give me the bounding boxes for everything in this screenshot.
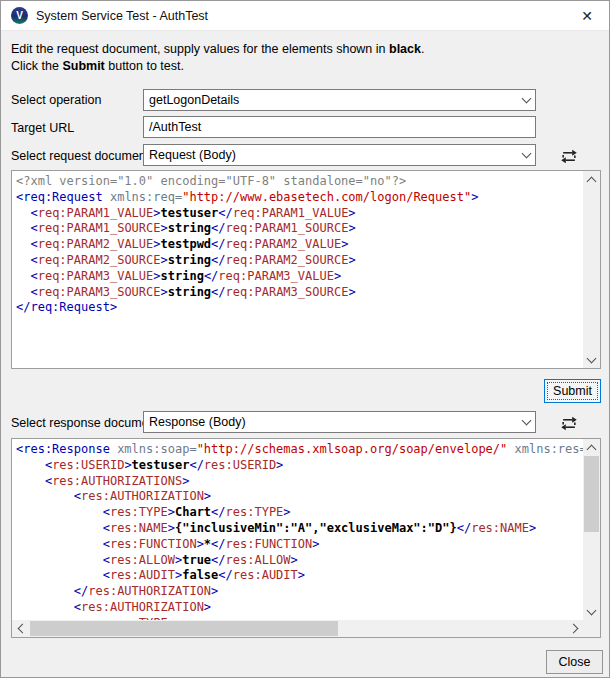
scrollbar-corner: [583, 620, 600, 637]
scroll-up-icon[interactable]: [583, 171, 600, 188]
request-doc-select[interactable]: Request (Body): [143, 144, 536, 166]
close-button[interactable]: Close: [546, 650, 603, 674]
dialog-window: V System Service Test - AuthTest ✕ Edit …: [0, 0, 610, 678]
chevron-down-icon: [522, 416, 532, 426]
request-doc-value: Request (Body): [149, 148, 523, 162]
window-close-icon[interactable]: ✕: [575, 6, 599, 26]
instruction-line-2: Click the Submit button to test.: [11, 58, 184, 75]
response-xml-viewer[interactable]: <res:Response xmlns:soap="http://schemas…: [11, 438, 601, 638]
response-xml-code[interactable]: <res:Response xmlns:soap="http://schemas…: [12, 439, 583, 620]
vertical-scroll-thumb[interactable]: [584, 456, 599, 532]
instruction-line-1: Edit the request document, supply values…: [11, 41, 424, 58]
refresh-icon: [558, 148, 580, 165]
request-vertical-scrollbar[interactable]: [583, 171, 600, 368]
operation-select[interactable]: getLogonDetails: [143, 89, 536, 111]
scroll-up-icon[interactable]: [583, 439, 600, 456]
response-doc-value: Response (Body): [149, 415, 523, 429]
refresh-icon: [558, 415, 580, 432]
response-refresh-button[interactable]: [557, 411, 581, 435]
chevron-down-icon: [522, 149, 532, 159]
chevron-down-icon: [522, 94, 532, 104]
submit-button[interactable]: Submit: [544, 379, 601, 403]
horizontal-scroll-thumb[interactable]: [30, 621, 338, 636]
request-refresh-button[interactable]: [557, 144, 581, 168]
target-url-label: Target URL: [11, 121, 74, 135]
app-logo-icon: V: [11, 7, 28, 24]
response-doc-label: Select response document: [11, 416, 159, 430]
target-url-input[interactable]: /AuthTest: [143, 116, 536, 138]
scroll-left-icon[interactable]: [12, 620, 29, 637]
target-url-value: /AuthTest: [149, 120, 530, 134]
response-doc-select[interactable]: Response (Body): [143, 411, 536, 433]
request-xml-editor[interactable]: <?xml version="1.0" encoding="UTF-8" sta…: [11, 170, 601, 369]
scroll-down-icon[interactable]: [583, 351, 600, 368]
request-doc-label: Select request document: [11, 149, 149, 163]
response-horizontal-scrollbar[interactable]: [12, 620, 583, 637]
response-vertical-scrollbar[interactable]: [583, 439, 600, 620]
window-title: System Service Test - AuthTest: [36, 9, 208, 23]
scroll-right-icon[interactable]: [566, 620, 583, 637]
request-xml-code[interactable]: <?xml version="1.0" encoding="UTF-8" sta…: [12, 171, 583, 368]
scroll-down-icon[interactable]: [583, 603, 600, 620]
operation-label: Select operation: [11, 93, 101, 107]
title-bar: V System Service Test - AuthTest ✕: [1, 1, 609, 31]
operation-value: getLogonDetails: [149, 93, 523, 107]
dialog-body: Edit the request document, supply values…: [1, 31, 609, 677]
